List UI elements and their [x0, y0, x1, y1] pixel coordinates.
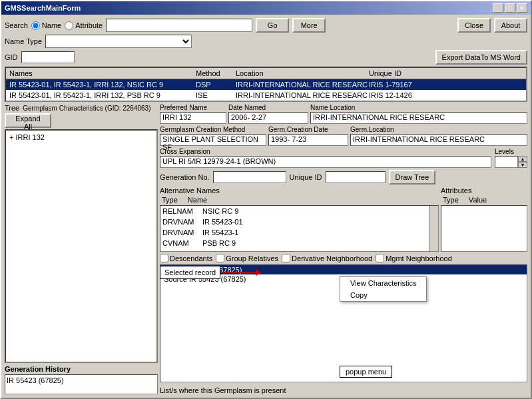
search-input[interactable]: apo [106, 19, 252, 32]
checkbox-row: Descendants Group Relatives Derivative N… [160, 254, 527, 262]
germ-creation-value: SINGLE PLANT SELECTION SF [160, 134, 266, 146]
row1-names: IR 55423-01, IR 55423-1, IRRI 132, PSB R… [8, 91, 194, 100]
alt-names-col-headers: Type Name [162, 196, 439, 204]
row0-location: IRRI-INTERNATIONAL RICE RESEARCH [234, 80, 368, 89]
alt-names-scrollbar[interactable] [429, 206, 438, 251]
right-panel: Preferred Name IRRI 132 Date Named 2006-… [160, 104, 527, 394]
row0-method: DSP [194, 80, 234, 89]
title-bar-buttons: _ □ ✕ [493, 3, 527, 13]
levels-down[interactable]: ▼ [518, 162, 527, 168]
alt-names-table: RELNAM NSIC RC 9 DRVNAM IR 55423-01 DRVN… [160, 205, 439, 252]
list-row[interactable]: IR 55423-01, IR 55423-1, IRRI 132, NSIC … [6, 79, 526, 90]
gen-history-section: Generation History IR 55423 (67825) [5, 365, 158, 394]
about-button[interactable]: About [494, 18, 527, 33]
name-location-label: Name Location [310, 104, 527, 111]
derivative-label: Derivative Neighborhood [292, 254, 372, 262]
mgmt-label: Mgmt Neighborhood [386, 254, 452, 262]
draw-tree-button[interactable]: Draw Tree [389, 170, 436, 185]
preferred-name-group: Preferred Name IRRI 132 [160, 104, 226, 124]
window-content: Search Name Attribute apo Go More Close … [1, 15, 531, 398]
unique-id-label: Unique ID [290, 173, 322, 181]
close-button[interactable]: ✕ [517, 3, 527, 13]
search-row: Search Name Attribute apo Go More Close … [5, 18, 527, 33]
popup-label: popup menu [340, 366, 392, 378]
left-panel: Tree Germplasm Characteristics (GID: 226… [5, 104, 158, 394]
alt-row1-type: DRVNAM [162, 216, 196, 227]
unique-id-input[interactable]: IRIS 1-79167 [326, 171, 386, 183]
alt-row2-name: IR 55423-1 [202, 227, 436, 238]
derivative-checkbox-label: Derivative Neighborhood [282, 254, 372, 262]
derivative-checkbox[interactable] [282, 254, 290, 262]
alt-row2-type: DRVNAM [162, 227, 196, 238]
name-location-value: IRRI-INTERNATIONAL RICE RESEARC [310, 112, 527, 124]
copy-item[interactable]: Copy [340, 289, 426, 301]
name-radio-label: Name [42, 21, 61, 29]
results-panel: Names Method Location Unique ID IR 55423… [5, 67, 527, 102]
alt-names-row: DRVNAM IR 55423-01 [160, 216, 438, 227]
alt-names-row: RELNAM NSIC RC 9 [160, 206, 438, 216]
mgmt-checkbox-label: Mgmt Neighborhood [376, 254, 452, 262]
attribute-radio[interactable] [65, 21, 73, 30]
attribute-radio-group: Attribute [65, 21, 103, 30]
date-named-label: Date Named [228, 104, 308, 111]
view-characteristics-item[interactable]: View Characteristics [340, 277, 426, 289]
preferred-name-label: Preferred Name [160, 104, 226, 111]
close-button[interactable]: Close [457, 18, 491, 33]
header-location: Location [234, 69, 368, 78]
group-relatives-checkbox-label: Group Relatives [216, 254, 278, 262]
title-bar: GMSSearchMainForm _ □ ✕ [1, 1, 531, 15]
date-named-value: 2006- 2-27 [228, 112, 308, 124]
germ-creation-date-label: Germ.Creation Date [268, 126, 348, 133]
name-type-select[interactable] [45, 35, 192, 48]
name-radio[interactable] [31, 21, 40, 30]
list-row[interactable]: IR 55423-01, IR 55423-1, IRRI 132, PSB R… [6, 90, 526, 101]
date-named-group: Date Named 2006- 2-27 [228, 104, 308, 124]
gen-history-title: Generation History [5, 365, 158, 373]
name-type-label: Name Type [5, 37, 42, 45]
gen-history-box: IR 55423 (67825) [5, 374, 158, 394]
levels-up[interactable]: ▲ [518, 156, 527, 162]
middle-section: Alternative Names Type Name RELNAM NSIC … [160, 187, 527, 252]
alt-row3-type: CVNAM [162, 238, 196, 248]
germ-location-group: Germ.Location IRRI-INTERNATIONAL RICE RE… [350, 126, 527, 146]
list-header: Names Method Location Unique ID [6, 68, 526, 79]
tree-item[interactable]: + IRRI 132 [8, 133, 154, 142]
tree-label: Tree [5, 104, 19, 112]
attrs-title: Attributes [441, 187, 471, 195]
attributes-section: Attributes Type Value [441, 187, 527, 252]
alt-names-header: Alternative Names [160, 187, 439, 195]
lists-section: List/s where this Germplasm is present [160, 385, 527, 394]
row1-unique-id: IRIS 12-1426 [368, 91, 467, 100]
gid-input[interactable]: 2264063 [21, 51, 75, 63]
group-relatives-checkbox[interactable] [216, 254, 224, 262]
levels-spinner: ▲ ▼ [518, 156, 527, 168]
gen-no-input[interactable]: C2W(F2,S1)DSP [213, 171, 286, 183]
descendants-label: Descendants [170, 254, 212, 262]
expand-all-button[interactable]: Expand All [5, 113, 51, 128]
descendants-checkbox-label: Descendants [160, 254, 212, 262]
levels-input[interactable]: 1 [495, 156, 518, 168]
gid-label: GID [5, 53, 18, 61]
cross-expansion-label: Cross Expansion [160, 148, 491, 155]
popup-label-container: popup menu [340, 366, 392, 378]
preferred-name-value: IRRI 132 [160, 112, 226, 124]
row1-location: IRRI-INTERNATIONAL RICE RESEARCH [234, 91, 368, 100]
name-radio-group: Name [31, 21, 61, 30]
minimize-button[interactable]: _ [493, 3, 503, 13]
name-type-row: Name Type [5, 35, 527, 48]
cross-expansion-value: UPL RI 5/IR 12979-24-1 (BROWN) [160, 156, 491, 168]
window-title: GMSSearchMainForm [5, 4, 81, 12]
attrs-value-header: Value [469, 196, 487, 204]
descendants-checkbox[interactable] [160, 254, 168, 262]
more-button[interactable]: More [292, 18, 326, 33]
row0-names: IR 55423-01, IR 55423-1, IRRI 132, NSIC … [8, 80, 194, 89]
mgmt-checkbox[interactable] [376, 254, 384, 262]
row1-method: ISE [194, 91, 234, 100]
alt-names-title: Alternative Names [160, 187, 220, 195]
germ-location-label: Germ.Location [350, 126, 527, 133]
export-button[interactable]: Export DataTo MS Word [435, 50, 527, 65]
go-button[interactable]: Go [256, 18, 289, 33]
search-label: Search [5, 21, 28, 29]
maximize-button[interactable]: □ [505, 3, 515, 13]
relative-row-selected[interactable]: Cross IR 55423 (67825) [160, 265, 527, 274]
